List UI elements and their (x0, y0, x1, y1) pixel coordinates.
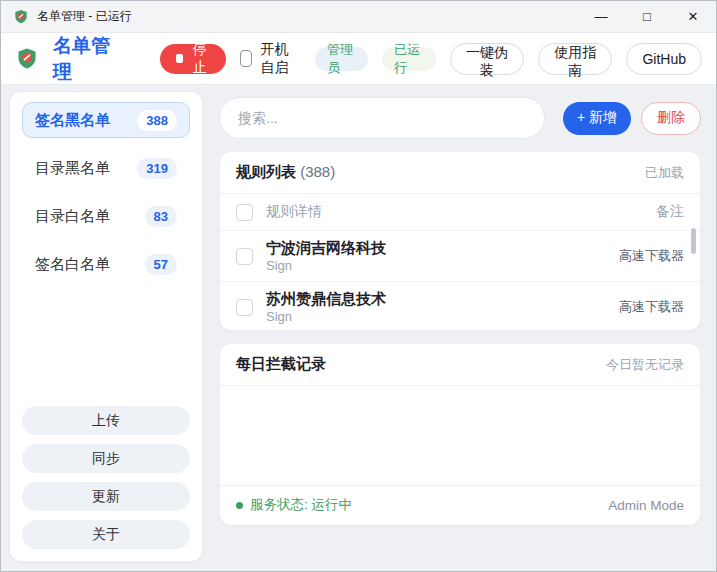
daily-panel-header: 每日拦截记录 今日暂无记录 (220, 344, 700, 386)
rule-name: 宁波润吉网络科技 (266, 238, 619, 257)
sidebar-item-sign-blacklist[interactable]: 签名黑名单 388 (22, 102, 190, 138)
count-badge: 319 (137, 158, 177, 179)
sidebar-item-label: 签名黑名单 (35, 111, 110, 130)
delete-button[interactable]: 删除 (641, 102, 701, 135)
stop-button-label: 停止 (190, 41, 210, 77)
disguise-button[interactable]: 一键伪装 (450, 43, 524, 75)
stop-button[interactable]: 停止 (160, 44, 225, 74)
window-controls: — □ ✕ (578, 1, 716, 32)
column-note: 备注 (656, 203, 684, 221)
search-row: + 新增 删除 (219, 97, 701, 139)
upload-button[interactable]: 上传 (22, 406, 190, 435)
rule-name: 苏州赞鼎信息技术 (266, 289, 619, 308)
github-button[interactable]: GitHub (626, 43, 702, 75)
loaded-status: 已加载 (645, 164, 684, 182)
page-title: 名单管理 (53, 33, 110, 85)
rule-type: Sign (266, 308, 619, 325)
row-main: 苏州赞鼎信息技术 Sign (266, 289, 619, 325)
rule-note: 高速下载器 (619, 247, 684, 265)
rules-table-header: 规则详情 备注 (220, 194, 700, 231)
shield-icon (15, 47, 39, 71)
sidebar-item-dir-whitelist[interactable]: 目录白名单 83 (22, 198, 190, 234)
search-input[interactable] (219, 97, 545, 139)
rules-count: (388) (300, 163, 335, 180)
table-row[interactable]: 苏州赞鼎信息技术 Sign 高速下载器 (220, 282, 700, 331)
autostart-checkbox[interactable] (240, 50, 253, 67)
daily-panel-title: 每日拦截记录 (236, 355, 326, 374)
sidebar-spacer (22, 294, 190, 397)
daily-empty-status: 今日暂无记录 (606, 356, 684, 374)
app-shield-icon (13, 9, 29, 25)
sidebar-item-label: 目录白名单 (35, 207, 110, 226)
table-row[interactable]: 宁波润吉网络科技 Sign 高速下载器 (220, 231, 700, 282)
close-icon[interactable]: ✕ (670, 1, 716, 32)
sidebar-item-label: 签名白名单 (35, 255, 110, 274)
sidebar: 签名黑名单 388 目录黑名单 319 目录白名单 83 签名白名单 57 上传… (1, 85, 203, 572)
rules-panel-title: 规则列表 (388) (236, 163, 335, 182)
admin-mode-label: Admin Mode (608, 498, 684, 513)
window-title: 名单管理 - 已运行 (37, 8, 132, 25)
rule-type: Sign (266, 257, 619, 274)
body: 签名黑名单 388 目录黑名单 319 目录白名单 83 签名白名单 57 上传… (1, 85, 716, 572)
add-button[interactable]: + 新增 (563, 102, 631, 135)
count-badge: 57 (145, 254, 177, 275)
daily-record-panel: 每日拦截记录 今日暂无记录 服务状态: 运行中 Admin Mode (219, 343, 701, 526)
service-status: 服务状态: 运行中 (236, 496, 352, 514)
rules-panel: 规则列表 (388) 已加载 规则详情 备注 宁波润吉网络科技 Sign 高速下… (219, 151, 701, 331)
sidebar-item-label: 目录黑名单 (35, 159, 110, 178)
sidebar-item-sign-whitelist[interactable]: 签名白名单 57 (22, 246, 190, 282)
count-badge: 83 (145, 206, 177, 227)
scrollbar-thumb[interactable] (691, 228, 696, 254)
sidebar-item-dir-blacklist[interactable]: 目录黑名单 319 (22, 150, 190, 186)
autostart-label: 开机自启 (260, 41, 300, 77)
row-checkbox[interactable] (236, 248, 253, 265)
autostart-toggle[interactable]: 开机自启 (240, 41, 301, 77)
rules-title-text: 规则列表 (236, 163, 296, 180)
status-dot-icon (236, 502, 243, 509)
maximize-icon[interactable]: □ (624, 1, 670, 32)
status-bar: 服务状态: 运行中 Admin Mode (220, 485, 700, 525)
minimize-icon[interactable]: — (578, 1, 624, 32)
stop-icon (176, 54, 182, 63)
header-toolbar: 名单管理 停止 开机自启 管理员 已运行 一键伪装 使用指南 GitHub (1, 33, 716, 85)
row-main: 宁波润吉网络科技 Sign (266, 238, 619, 274)
service-status-text: 服务状态: 运行中 (250, 496, 352, 514)
main-content: + 新增 删除 规则列表 (388) 已加载 规则详情 备注 宁波润吉网络科技 (203, 85, 716, 572)
column-rule-detail: 规则详情 (266, 203, 656, 221)
running-status-badge: 已运行 (382, 47, 435, 71)
rules-panel-header: 规则列表 (388) 已加载 (220, 152, 700, 194)
sync-button[interactable]: 同步 (22, 444, 190, 473)
sidebar-card: 签名黑名单 388 目录黑名单 319 目录白名单 83 签名白名单 57 上传… (9, 91, 203, 562)
titlebar-left: 名单管理 - 已运行 (1, 8, 578, 25)
admin-badge: 管理员 (315, 47, 368, 71)
daily-panel-body (220, 386, 700, 485)
rule-note: 高速下载器 (619, 298, 684, 316)
about-button[interactable]: 关于 (22, 520, 190, 549)
row-checkbox[interactable] (236, 299, 253, 316)
guide-button[interactable]: 使用指南 (538, 43, 612, 75)
count-badge: 388 (137, 110, 177, 131)
update-button[interactable]: 更新 (22, 482, 190, 511)
titlebar: 名单管理 - 已运行 — □ ✕ (1, 1, 716, 33)
select-all-checkbox[interactable] (236, 204, 253, 221)
